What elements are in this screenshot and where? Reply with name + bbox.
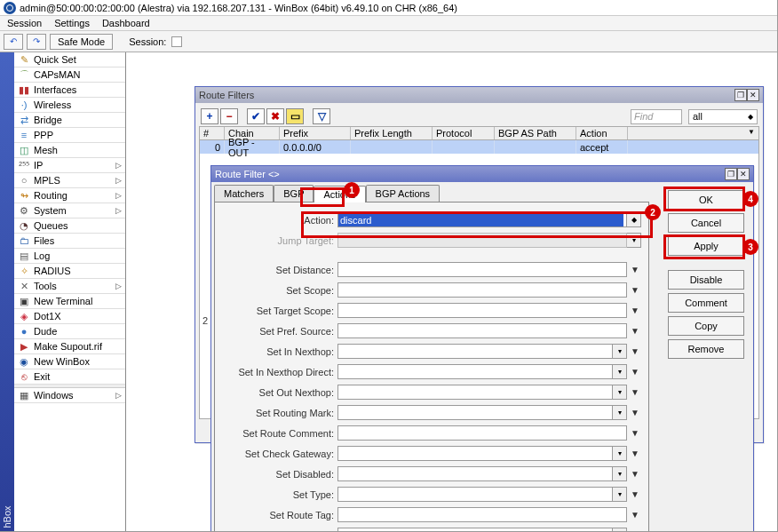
redo-button[interactable]: ↷ xyxy=(27,34,46,50)
chevron-down-icon[interactable]: ▼ xyxy=(748,128,755,136)
dropdown-icon[interactable]: ▾ xyxy=(613,466,627,481)
restore-icon[interactable]: ❐ xyxy=(734,89,747,101)
add-chevron-icon[interactable]: ▼ xyxy=(629,425,641,441)
sidebar-item-queues[interactable]: ◔Queues xyxy=(14,218,125,234)
add-chevron-icon[interactable]: ▼ xyxy=(629,364,641,379)
filter-button[interactable]: ▽ xyxy=(313,108,330,124)
sidebar-item-system[interactable]: ⚙System▷ xyxy=(14,203,125,218)
dropdown-icon[interactable]: ▾ xyxy=(613,528,627,532)
sidebar-item-dude[interactable]: ●Dude xyxy=(14,324,125,339)
add-chevron-icon[interactable]: ▼ xyxy=(629,507,641,522)
add-chevron-icon[interactable]: ▼ xyxy=(629,466,641,481)
field-input[interactable] xyxy=(337,364,613,379)
field-input[interactable] xyxy=(337,385,613,400)
field-input[interactable] xyxy=(337,344,613,359)
add-button[interactable]: + xyxy=(201,108,218,124)
sidebar-item-make-supout-rif[interactable]: ▶Make Supout.rif xyxy=(14,339,125,354)
sidebar-item-capsman[interactable]: ⌒CAPsMAN xyxy=(14,67,125,83)
add-chevron-icon[interactable]: ▼ xyxy=(629,282,641,298)
sidebar-item-interfaces[interactable]: ▮▮Interfaces xyxy=(14,83,125,98)
field-input[interactable] xyxy=(337,303,627,318)
sidebar-item-exit[interactable]: ⎋Exit xyxy=(14,369,125,385)
sidebar-item-quick-set[interactable]: ✎Quick Set xyxy=(14,52,125,67)
close-icon[interactable]: ✕ xyxy=(747,89,759,101)
dropdown-icon[interactable]: ▾ xyxy=(613,405,627,420)
add-chevron-icon[interactable]: ▼ xyxy=(629,262,641,277)
field-input[interactable] xyxy=(337,446,613,461)
field-input[interactable] xyxy=(337,425,627,441)
route-filters-titlebar[interactable]: Route Filters ❐ ✕ xyxy=(195,87,763,103)
add-chevron-icon[interactable]: ▼ xyxy=(629,344,641,359)
dropdown-icon[interactable]: ◆ xyxy=(627,212,641,227)
tab-bgp-actions[interactable]: BGP Actions xyxy=(366,185,441,202)
sidebar-item-ip[interactable]: ²⁵⁵IP▷ xyxy=(14,158,125,173)
field-input[interactable] xyxy=(337,405,613,420)
dropdown-icon[interactable]: ▾ xyxy=(613,487,627,502)
th-bgpaspath[interactable]: BGP AS Path xyxy=(495,127,576,139)
sidebar-item-ppp[interactable]: ≡PPP xyxy=(14,128,125,143)
ok-button[interactable]: OK xyxy=(668,190,744,210)
comment-button[interactable]: Comment xyxy=(668,293,744,313)
sidebar-item-log[interactable]: ▤Log xyxy=(14,249,125,264)
all-filter-select[interactable]: all ◆ xyxy=(688,109,758,124)
add-chevron-icon[interactable]: ▼ xyxy=(629,303,641,318)
sidebar-item-dot1x[interactable]: ◈Dot1X xyxy=(14,309,125,324)
session-checkbox[interactable] xyxy=(171,36,182,47)
tab-bgp[interactable]: BGP xyxy=(274,185,314,202)
sidebar-item-bridge[interactable]: ⇄Bridge xyxy=(14,113,125,128)
sidebar-item-new-winbox[interactable]: ◉New WinBox xyxy=(14,354,125,369)
add-chevron-icon[interactable]: ▼ xyxy=(629,446,641,461)
add-chevron-icon[interactable]: ▼ xyxy=(629,405,641,420)
field-input[interactable] xyxy=(337,487,613,502)
tab-actions[interactable]: Actions xyxy=(314,186,365,202)
menu-session[interactable]: Session xyxy=(7,18,42,28)
th-prefix[interactable]: Prefix xyxy=(280,127,351,139)
field-input[interactable] xyxy=(337,282,627,298)
th-action[interactable]: Action xyxy=(576,127,628,139)
close-icon[interactable]: ✕ xyxy=(737,168,750,180)
sidebar-item-tools[interactable]: ✕Tools▷ xyxy=(14,279,125,294)
add-chevron-icon[interactable]: ▼ xyxy=(629,528,641,532)
restore-icon[interactable]: ❐ xyxy=(725,168,737,180)
route-filter-titlebar[interactable]: Route Filter <> ❐ ✕ xyxy=(211,166,753,182)
sidebar-item-mpls[interactable]: ○MPLS▷ xyxy=(14,173,125,188)
sidebar-item-windows[interactable]: ▦Windows▷ xyxy=(14,388,125,403)
th-protocol[interactable]: Protocol xyxy=(433,127,495,139)
enable-button[interactable]: ✔ xyxy=(247,108,265,124)
sidebar-item-mesh[interactable]: ◫Mesh xyxy=(14,143,125,158)
sidebar-item-new-terminal[interactable]: ▣New Terminal xyxy=(14,294,125,309)
safe-mode-button[interactable]: Safe Mode xyxy=(50,34,113,50)
field-input[interactable] xyxy=(337,507,627,522)
disable-button[interactable]: Disable xyxy=(668,270,744,290)
th-num[interactable]: # xyxy=(200,127,225,139)
tab-matchers[interactable]: Matchers xyxy=(214,185,274,202)
add-chevron-icon[interactable]: ▼ xyxy=(629,487,641,502)
cancel-button[interactable]: Cancel xyxy=(668,213,744,233)
undo-button[interactable]: ↶ xyxy=(4,34,23,50)
menu-settings[interactable]: Settings xyxy=(54,18,90,28)
sidebar-item-files[interactable]: 🗀Files xyxy=(14,234,125,249)
remove-button[interactable]: − xyxy=(220,108,238,124)
menu-dashboard[interactable]: Dashboard xyxy=(102,18,150,28)
copy-button[interactable]: Copy xyxy=(668,316,744,336)
disable-button[interactable]: ✖ xyxy=(266,108,284,124)
comment-button[interactable]: ▭ xyxy=(286,108,304,124)
dropdown-icon[interactable]: ▾ xyxy=(613,446,627,461)
field-input[interactable] xyxy=(337,528,613,532)
add-chevron-icon[interactable]: ▼ xyxy=(629,385,641,400)
find-input[interactable]: Find xyxy=(631,109,682,124)
sidebar-item-radius[interactable]: ✧RADIUS xyxy=(14,264,125,279)
field-input[interactable] xyxy=(337,466,613,481)
remove-button[interactable]: Remove xyxy=(668,339,744,359)
field-input[interactable] xyxy=(337,323,627,338)
table-row[interactable]: 0 BGP - OUT 0.0.0.0/0 accept xyxy=(200,140,758,154)
dropdown-icon[interactable]: ▾ xyxy=(627,233,641,248)
field-input[interactable]: discard xyxy=(337,212,627,227)
field-input[interactable] xyxy=(337,233,627,248)
sidebar-item-routing[interactable]: ↬Routing▷ xyxy=(14,188,125,203)
field-input[interactable] xyxy=(337,262,627,277)
sidebar-item-wireless[interactable]: ·)Wireless xyxy=(14,98,125,113)
dropdown-icon[interactable]: ▾ xyxy=(613,344,627,359)
apply-button[interactable]: Apply xyxy=(668,236,744,256)
dropdown-icon[interactable]: ▾ xyxy=(613,364,627,379)
